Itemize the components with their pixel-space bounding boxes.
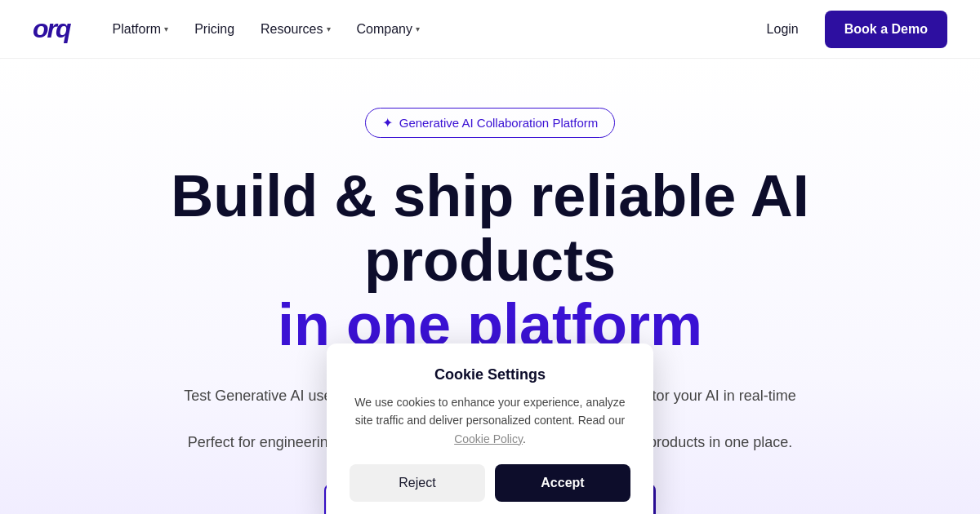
book-demo-button[interactable]: Book a Demo	[825, 11, 947, 48]
logo[interactable]: orq	[33, 14, 70, 44]
nav-right: Login Book a Demo	[757, 11, 947, 48]
nav-item-pricing[interactable]: Pricing	[185, 16, 244, 43]
nav-resources-label: Resources	[261, 22, 323, 37]
cookie-policy-link[interactable]: Cookie Policy	[454, 432, 523, 445]
cookie-modal: Cookie Settings We use cookies to enhanc…	[327, 343, 653, 514]
login-button[interactable]: Login	[757, 16, 808, 43]
hero-section: ✦ Generative AI Collaboration Platform B…	[0, 59, 980, 514]
hero-title: Build & ship reliable AI products in one…	[122, 164, 858, 358]
nav-company-label: Company	[357, 22, 412, 37]
cookie-modal-title: Cookie Settings	[350, 366, 630, 383]
navbar: orq Platform ▾ Pricing Resources ▾ Compa…	[0, 0, 980, 59]
nav-pricing-label: Pricing	[194, 22, 234, 37]
hero-title-line1: Build & ship reliable AI products	[171, 163, 808, 293]
nav-platform-label: Platform	[113, 22, 162, 37]
hero-badge-label: Generative AI Collaboration Platform	[399, 116, 598, 130]
nav-item-company[interactable]: Company ▾	[347, 16, 430, 43]
nav-item-platform[interactable]: Platform ▾	[103, 16, 179, 43]
accept-cookies-button[interactable]: Accept	[495, 464, 630, 502]
chevron-down-icon-company: ▾	[416, 24, 420, 33]
hero-badge: ✦ Generative AI Collaboration Platform	[365, 108, 615, 138]
chevron-down-icon: ▾	[164, 24, 168, 33]
chevron-down-icon-resources: ▾	[327, 24, 331, 33]
cookie-actions: Reject Accept	[350, 464, 630, 502]
nav-item-resources[interactable]: Resources ▾	[251, 16, 340, 43]
reject-cookies-button[interactable]: Reject	[350, 464, 485, 502]
logo-text: orq	[33, 14, 70, 43]
cookie-link-suffix: .	[523, 432, 526, 445]
sparkle-icon: ✦	[382, 115, 393, 131]
cookie-modal-body: We use cookies to enhance your experienc…	[350, 393, 630, 448]
nav-links: Platform ▾ Pricing Resources ▾ Company ▾	[103, 16, 757, 43]
cookie-body-text: We use cookies to enhance your experienc…	[354, 396, 625, 427]
